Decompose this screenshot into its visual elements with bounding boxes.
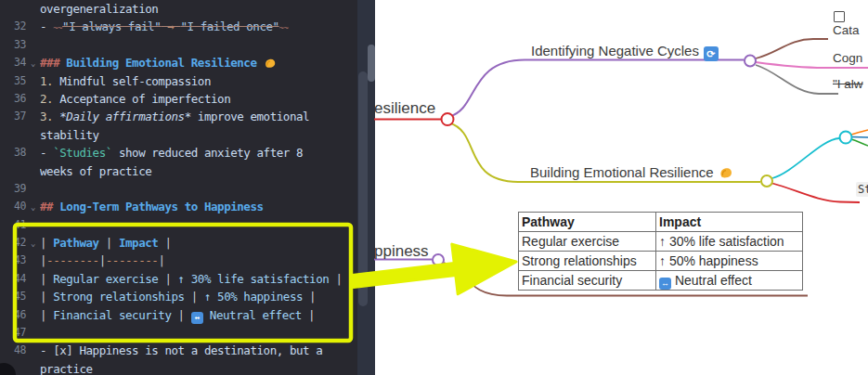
code-text[interactable]: - ~~"I always fail" → "I failed once"~~ — [40, 18, 357, 35]
editor-line[interactable]: 42⌄| Pathway | Impact | — [0, 234, 357, 252]
editor-line[interactable]: 46| Financial security | ↔ Neutral effec… — [0, 306, 357, 324]
node-building-emotional-resilience[interactable]: Building Emotional Resilience — [530, 164, 733, 180]
table-row: Strong relationships ↑ 50% happiness — [519, 252, 803, 271]
editor-line[interactable]: 39 — [0, 180, 357, 198]
code-text[interactable]: |--------|--------| — [40, 252, 357, 269]
editor-line[interactable]: 351. Mindful self-compassion — [0, 72, 357, 90]
node-happiness-clipped[interactable]: ppiness — [374, 242, 429, 261]
code-text[interactable] — [40, 180, 357, 198]
editor-line[interactable]: practice — [0, 360, 357, 375]
code-text[interactable]: | Strong relationships | ↑ 50% happiness… — [40, 288, 357, 305]
code-text[interactable]: overgeneralization — [40, 0, 357, 18]
code-segment: | — [40, 308, 53, 322]
editor-line[interactable]: 40⌄## Long-Term Pathways to Happiness — [0, 198, 357, 215]
task-checkbox[interactable] — [834, 11, 845, 22]
line-number: 48 — [0, 342, 26, 359]
code-segment: Mindful self-compassion — [59, 74, 211, 88]
pathway-impact-table: Pathway Impact Regular exercise ↑ 30% li… — [518, 212, 803, 291]
code-text[interactable]: 3. *Daily affirmations* improve emotiona… — [40, 108, 357, 125]
editor-line[interactable]: 43|--------|--------| — [0, 252, 357, 269]
fold-gutter — [26, 126, 40, 144]
code-segment: | — [158, 236, 171, 250]
line-number: 33 — [0, 36, 26, 54]
editor-line[interactable]: 38- `Studies` show reduced anxiety after… — [0, 144, 357, 162]
code-text[interactable]: stability — [40, 126, 357, 144]
table-cell: Regular exercise — [519, 232, 656, 252]
code-segment: - — [40, 146, 53, 160]
fold-chevron-icon[interactable]: ⌄ — [26, 54, 40, 71]
code-text[interactable] — [40, 324, 357, 342]
code-segment: Regular exercise — [53, 272, 158, 286]
table-row: Regular exercise ↑ 30% life satisfaction — [519, 232, 803, 252]
code-segment: | — [158, 272, 177, 286]
code-text[interactable]: - [x] Happiness is not a destination, bu… — [40, 342, 357, 359]
code-segment: | — [172, 308, 191, 322]
fold-gutter — [26, 162, 40, 180]
editor-line[interactable]: stability — [0, 126, 357, 144]
editor-scrollbar-track — [357, 0, 375, 375]
node-i-always-fail-clipped[interactable]: "I alw — [833, 77, 863, 91]
code-segment: | — [40, 272, 53, 286]
code-text[interactable]: ### Building Emotional Resilience — [40, 54, 357, 71]
code-segment: | — [329, 272, 342, 286]
editor-line[interactable]: overgeneralization — [0, 0, 357, 18]
editor-line[interactable]: 33 — [0, 36, 357, 54]
app-window: overgeneralization32- ~~"I always fail" … — [0, 0, 868, 375]
code-text[interactable]: practice — [40, 360, 357, 375]
code-segment: | — [302, 308, 315, 322]
code-text[interactable]: ## Long-Term Pathways to Happiness — [40, 198, 357, 215]
left-right-arrow-emoji: ↔ — [191, 312, 203, 324]
node-resilience-clipped[interactable]: esilience — [374, 99, 435, 118]
line-number: 45 — [0, 288, 26, 305]
node-identifying-negative-cycles[interactable]: Identifying Negative Cycles⟳ — [531, 43, 719, 61]
fold-chevron-icon[interactable]: ⌄ — [26, 234, 40, 252]
code-text[interactable] — [40, 216, 357, 234]
code-segment: `Studies` — [53, 146, 112, 160]
code-text[interactable]: | Regular exercise | ↑ 30% life satisfac… — [40, 270, 357, 288]
preview-scrollbar-thumb[interactable] — [368, 45, 375, 82]
line-number: 41 — [0, 216, 26, 234]
code-segment: overgeneralization — [40, 2, 158, 16]
fold-chevron-icon[interactable]: ⌄ — [26, 198, 40, 215]
editor-line[interactable]: 41 — [0, 216, 357, 234]
code-text[interactable]: - `Studies` show reduced anxiety after 8 — [40, 144, 357, 162]
line-number: 32 — [0, 18, 26, 35]
editor-line[interactable]: 32- ~~"I always fail" → "I failed once"~… — [0, 18, 357, 35]
node-cognitive-clipped[interactable]: Cogn — [833, 51, 862, 65]
code-segment: - [x] — [40, 343, 79, 357]
editor-line[interactable]: 373. *Daily affirmations* improve emotio… — [0, 108, 357, 125]
code-segment: → — [161, 19, 180, 33]
line-number: 38 — [0, 144, 26, 162]
code-text[interactable]: 2. Acceptance of imperfection — [40, 90, 357, 108]
line-number: 37 — [0, 108, 26, 125]
editor-line[interactable]: 34⌄### Building Emotional Resilience — [0, 54, 357, 71]
fold-gutter — [26, 270, 40, 288]
line-number: 35 — [0, 72, 26, 90]
code-segment: *Daily affirmations* — [59, 110, 191, 123]
code-text[interactable] — [40, 36, 357, 54]
table-cell: ↑ 50% happiness — [656, 252, 803, 271]
editor-line[interactable]: 44| Regular exercise | ↑ 30% life satisf… — [0, 270, 357, 288]
code-segment: | — [303, 290, 316, 304]
fold-gutter — [26, 252, 40, 269]
editor-line[interactable]: 362. Acceptance of imperfection — [0, 90, 357, 108]
code-text[interactable]: 1. Mindful self-compassion — [40, 72, 357, 90]
editor-line[interactable]: weeks of practice — [0, 162, 357, 180]
fold-gutter — [26, 36, 40, 54]
fold-gutter — [26, 324, 40, 342]
node-catastrophizing-clipped[interactable]: Cata — [833, 23, 860, 37]
editor-line[interactable]: 48- [x] Happiness is not a destination, … — [0, 342, 357, 359]
code-text[interactable]: | Pathway | Impact | — [40, 234, 357, 252]
markdown-editor[interactable]: overgeneralization32- ~~"I always fail" … — [0, 0, 357, 375]
editor-line[interactable]: 47 — [0, 324, 357, 342]
code-segment: 2. — [40, 92, 59, 106]
code-text[interactable]: | Financial security | ↔ Neutral effect … — [40, 306, 357, 324]
editor-scrollbar-thumb[interactable] — [358, 71, 368, 306]
code-segment: Pathway — [53, 236, 99, 250]
fold-gutter — [26, 180, 40, 198]
editor-line[interactable]: 45| Strong relationships | ↑ 50% happine… — [0, 288, 357, 305]
table-cell: ↔ Neutral effect — [656, 271, 803, 291]
code-text[interactable]: weeks of practice — [40, 162, 357, 180]
code-segment: ↑ 30% life satisfaction — [178, 272, 330, 286]
node-studies-clipped[interactable]: St — [856, 182, 868, 197]
